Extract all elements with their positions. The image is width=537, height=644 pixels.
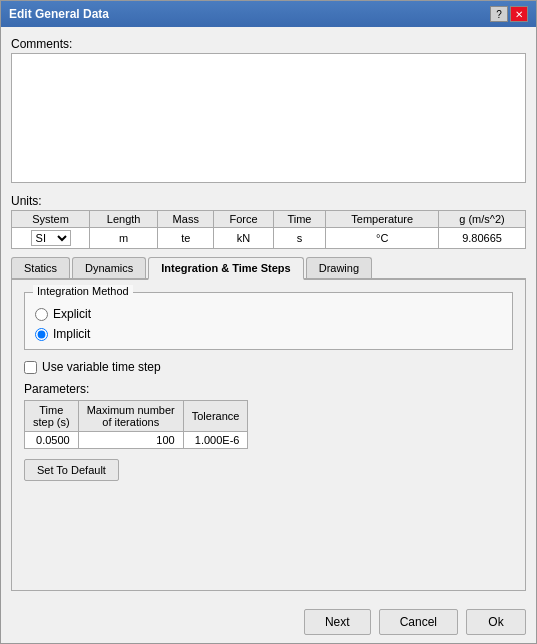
tolerance-value: 1.000E-6 — [183, 432, 248, 449]
units-table: System Length Mass Force Time Temperatur… — [11, 210, 526, 249]
g-cell: 9.80665 — [439, 228, 526, 249]
col-mass: Mass — [158, 211, 214, 228]
col-g: g (m/s^2) — [439, 211, 526, 228]
col-system: System — [12, 211, 90, 228]
params-row: 0.0500 100 1.000E-6 — [25, 432, 248, 449]
tabs-container: Statics Dynamics Integration & Time Step… — [11, 257, 526, 591]
radio-implicit-label: Implicit — [53, 327, 90, 341]
tab-content-integration: Integration Method Explicit Implicit — [11, 280, 526, 591]
next-button[interactable]: Next — [304, 609, 371, 635]
length-cell: m — [90, 228, 158, 249]
bottom-buttons: Next Cancel Ok — [1, 601, 536, 643]
time-step-value: 0.0500 — [25, 432, 79, 449]
comments-textarea[interactable] — [11, 53, 526, 183]
radio-group: Explicit Implicit — [35, 307, 502, 341]
group-title: Integration Method — [33, 285, 133, 297]
system-select[interactable]: SI — [31, 230, 71, 246]
mass-cell: te — [158, 228, 214, 249]
col-time: Time — [273, 211, 326, 228]
temperature-cell: °C — [326, 228, 439, 249]
variable-time-step-label: Use variable time step — [42, 360, 161, 374]
tab-statics[interactable]: Statics — [11, 257, 70, 278]
parameters-label: Parameters: — [24, 382, 513, 396]
tabs-header: Statics Dynamics Integration & Time Step… — [11, 257, 526, 280]
radio-implicit[interactable]: Implicit — [35, 327, 502, 341]
integration-method-group: Integration Method Explicit Implicit — [24, 292, 513, 350]
units-section: Units: System Length Mass Force Time Tem… — [11, 194, 526, 249]
tab-drawing[interactable]: Drawing — [306, 257, 372, 278]
variable-time-step-input[interactable] — [24, 361, 37, 374]
title-bar: Edit General Data ? ✕ — [1, 1, 536, 27]
col-max-iter: Maximum numberof iterations — [78, 401, 183, 432]
main-window: Edit General Data ? ✕ Comments: Units: S… — [0, 0, 537, 644]
col-tolerance: Tolerance — [183, 401, 248, 432]
help-button[interactable]: ? — [490, 6, 508, 22]
system-cell[interactable]: SI — [12, 228, 90, 249]
set-default-button[interactable]: Set To Default — [24, 459, 119, 481]
radio-explicit[interactable]: Explicit — [35, 307, 502, 321]
max-iter-value: 100 — [78, 432, 183, 449]
col-temperature: Temperature — [326, 211, 439, 228]
tab-integration[interactable]: Integration & Time Steps — [148, 257, 303, 280]
main-content: Comments: Units: System Length Mass Forc… — [1, 27, 536, 601]
cancel-button[interactable]: Cancel — [379, 609, 458, 635]
tab-dynamics[interactable]: Dynamics — [72, 257, 146, 278]
window-title: Edit General Data — [9, 7, 109, 21]
comments-label: Comments: — [11, 37, 526, 51]
close-button[interactable]: ✕ — [510, 6, 528, 22]
time-cell: s — [273, 228, 326, 249]
title-bar-buttons: ? ✕ — [490, 6, 528, 22]
variable-time-step-checkbox[interactable]: Use variable time step — [24, 360, 513, 374]
ok-button[interactable]: Ok — [466, 609, 526, 635]
units-label: Units: — [11, 194, 526, 208]
radio-explicit-input[interactable] — [35, 308, 48, 321]
radio-implicit-input[interactable] — [35, 328, 48, 341]
col-length: Length — [90, 211, 158, 228]
col-time-step: Timestep (s) — [25, 401, 79, 432]
comments-section: Comments: — [11, 37, 526, 186]
col-force: Force — [214, 211, 273, 228]
parameters-table: Timestep (s) Maximum numberof iterations… — [24, 400, 248, 449]
force-cell: kN — [214, 228, 273, 249]
radio-explicit-label: Explicit — [53, 307, 91, 321]
